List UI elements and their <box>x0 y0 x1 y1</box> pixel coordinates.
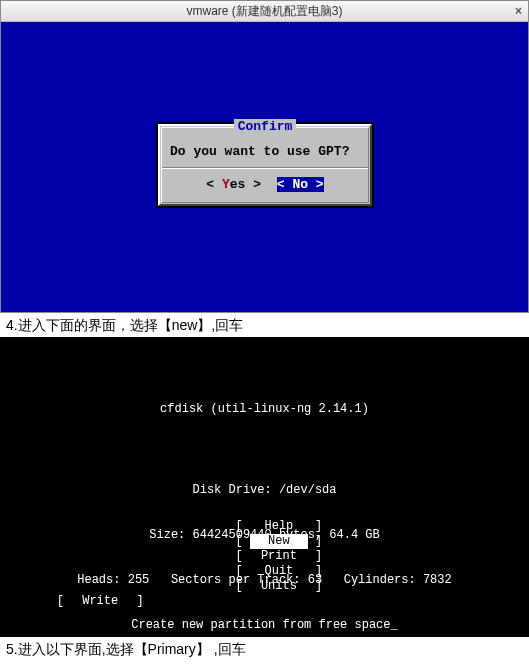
vmware-window: vmware (新建随机配置电脑3) × Confirm Do you want… <box>0 0 529 313</box>
write-button[interactable]: [ Write ] <box>57 594 144 609</box>
help-button[interactable]: [ Help ] <box>236 519 323 534</box>
print-button[interactable]: [ Print ] <box>236 549 323 564</box>
quit-button[interactable]: [ Quit ] <box>236 564 323 579</box>
dialog-title: Confirm <box>168 119 362 134</box>
dialog-message: Do you want to use GPT? <box>168 140 362 167</box>
window-close-button[interactable]: × <box>515 1 522 21</box>
cfdisk-drive-line: Disk Drive: /dev/sda <box>0 483 529 498</box>
dialog-button-row: < Yes > < No > <box>168 175 362 194</box>
window-titlebar: vmware (新建随机配置电脑3) × <box>1 1 528 22</box>
cfdisk-hint: Create new partition from free space_ <box>0 618 529 633</box>
confirm-dialog: Confirm Do you want to use GPT? < Yes > … <box>156 122 374 208</box>
step5-caption: 5.进入以下界面,选择【Primary】 ,回车 <box>0 637 529 661</box>
new-button[interactable]: [ New ] <box>236 534 323 549</box>
step4-caption: 4.进入下面的界面，选择【new】,回车 <box>0 313 529 337</box>
window-title: vmware (新建随机配置电脑3) <box>186 4 342 18</box>
cfdisk-terminal: cfdisk (util-linux-ng 2.14.1) Disk Drive… <box>0 337 529 637</box>
dialog-separator <box>162 167 368 169</box>
dialog-no-button[interactable]: < No > <box>277 177 324 192</box>
dialog-yes-button[interactable]: < Yes > <box>206 177 261 192</box>
installer-bluescreen: Confirm Do you want to use GPT? < Yes > … <box>1 22 528 312</box>
cfdisk-title: cfdisk (util-linux-ng 2.14.1) <box>0 402 529 417</box>
